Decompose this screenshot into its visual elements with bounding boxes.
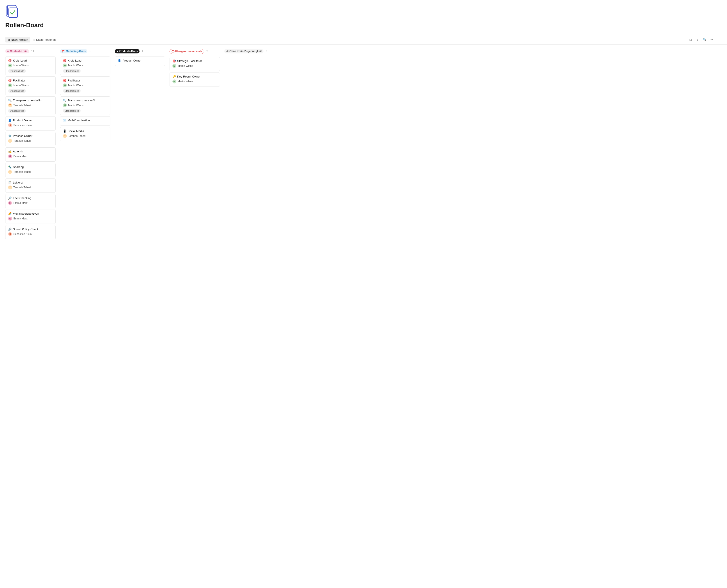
person-name-sparring-c: Taraneh Taheri bbox=[13, 170, 31, 173]
card-person-kreis-lead-m: MMartin Wiens bbox=[63, 64, 107, 67]
person-name-process-owner-c: Taraneh Taheri bbox=[13, 139, 31, 142]
card-title-product-owner-p: 👤Product Owner bbox=[118, 59, 162, 62]
card-kreis-lead-m[interactable]: 🎯Kreis-LeadMMartin WiensStandardrolle bbox=[60, 57, 110, 75]
card-autor-c[interactable]: ✍️Autor*inEEmma Marx bbox=[5, 147, 56, 162]
card-facilitator-m[interactable]: 🎯FacilitatorMMartin WiensStandardrolle bbox=[60, 77, 110, 95]
tab-nach-kreisen[interactable]: ⊞ Nach Kreisen bbox=[5, 37, 30, 42]
card-person-sparring-c: TTaraneh Taheri bbox=[8, 170, 53, 174]
avatar-process-owner-c: T bbox=[8, 139, 12, 143]
column-content-kreis: ✏ Content-Kreis11🎯Kreis-LeadMMartin Wien… bbox=[5, 48, 56, 241]
avatar-key-result-u: M bbox=[172, 80, 176, 83]
avatar-social-m: T bbox=[63, 134, 67, 138]
card-title-text-strategie-u: Strategie-Facilitator bbox=[177, 59, 202, 63]
col-tag-produkte-kreis[interactable]: ■ Produkte-Kreis bbox=[115, 49, 140, 54]
card-title-process-owner-c: ⚙️Process Owner bbox=[8, 134, 53, 138]
board: ✏ Content-Kreis11🎯Kreis-LeadMMartin Wien… bbox=[0, 45, 727, 244]
card-lektorat-c[interactable]: 📋LektoratTTaraneh Taheri bbox=[5, 178, 56, 193]
role-icon-process-owner-c: ⚙️ bbox=[8, 134, 12, 138]
person-name-product-owner-c: Sebastian Klein bbox=[13, 124, 32, 127]
card-person-lektorat-c: TTaraneh Taheri bbox=[8, 186, 53, 189]
col-header-marketing-kreis: 🚩 Marketing-Kreis5 bbox=[60, 48, 110, 54]
card-product-owner-c[interactable]: 👤Product OwnerSSebastian Klein bbox=[5, 116, 56, 130]
more-button[interactable]: ··· bbox=[715, 37, 722, 43]
card-title-text-autor-c: Autor*in bbox=[13, 150, 23, 153]
avatar-transparenz-c: T bbox=[8, 103, 12, 107]
card-mail-m[interactable]: ✉️Mail-Koordination bbox=[60, 116, 110, 126]
person-name-kreis-lead-c: Martin Wiens bbox=[13, 64, 29, 67]
role-icon-lektorat-c: 📋 bbox=[8, 181, 12, 184]
tab-nach-personen[interactable]: ≡ Nach Personen bbox=[31, 37, 58, 42]
role-icon-social-m: 📱 bbox=[63, 129, 66, 133]
card-vielfalt-c[interactable]: 🌈VielfaltsperspektivenEEmma Marx bbox=[5, 210, 56, 224]
role-icon-autor-c: ✍️ bbox=[8, 150, 12, 153]
person-name-lektorat-c: Taraneh Taheri bbox=[13, 186, 31, 189]
badge-transparenz-c: Standardrolle bbox=[8, 109, 26, 112]
card-title-mail-m: ✉️Mail-Koordination bbox=[63, 119, 107, 122]
avatar-lektorat-c: T bbox=[8, 186, 12, 189]
card-title-text-transparenz-c: Transparenzmeister*in bbox=[13, 99, 41, 102]
card-title-text-kreis-lead-m: Kreis-Lead bbox=[68, 59, 82, 62]
avatar-vielfalt-c: E bbox=[8, 216, 12, 220]
card-title-text-facilitator-m: Facilitator bbox=[68, 79, 80, 82]
col-tag-content-kreis[interactable]: ✏ Content-Kreis bbox=[5, 49, 29, 54]
list-icon: ≡ bbox=[33, 38, 35, 41]
role-icon-facilitator-c: 🎯 bbox=[8, 79, 12, 82]
card-key-result-u[interactable]: 🔑Key-Result-OwnerMMartin Wiens bbox=[169, 72, 220, 87]
card-person-kreis-lead-c: MMartin Wiens bbox=[8, 64, 53, 67]
card-person-facilitator-c: MMartin Wiens bbox=[8, 83, 53, 87]
card-title-autor-c: ✍️Autor*in bbox=[8, 150, 53, 153]
card-sound-c[interactable]: 🔊Sound Policy-CheckSSebastian Klein bbox=[5, 225, 56, 239]
card-person-key-result-u: MMartin Wiens bbox=[172, 80, 217, 83]
person-name-vielfalt-c: Emma Marx bbox=[13, 217, 27, 220]
card-person-sound-c: SSebastian Klein bbox=[8, 232, 53, 236]
col-tag-uebergeordneter-kreis[interactable]: ◯ Übergeordneter Kreis bbox=[169, 49, 204, 54]
person-name-facilitator-m: Martin Wiens bbox=[68, 84, 83, 87]
toolbar-actions: ⊟ ↕ 🔍 ↭ ··· bbox=[688, 37, 722, 43]
avatar-transparenz-m: M bbox=[63, 103, 67, 107]
filter-button[interactable]: ⊟ bbox=[688, 37, 694, 43]
avatar-kreis-lead-c: M bbox=[8, 64, 12, 67]
col-header-ohne-kreis: 🖨 Ohne Kreis-Zugehörigkeit0 bbox=[224, 48, 275, 54]
layout-button[interactable]: ↭ bbox=[709, 37, 715, 43]
card-title-text-vielfalt-c: Vielfaltsperspektiven bbox=[13, 212, 39, 215]
avatar-product-owner-c: S bbox=[8, 123, 12, 127]
col-header-produkte-kreis: ■ Produkte-Kreis1 bbox=[115, 48, 165, 54]
avatar-fact-checking-c: E bbox=[8, 201, 12, 205]
role-icon-facilitator-m: 🎯 bbox=[63, 79, 66, 82]
search-button[interactable]: 🔍 bbox=[702, 37, 708, 43]
card-title-vielfalt-c: 🌈Vielfaltsperspektiven bbox=[8, 212, 53, 215]
card-title-key-result-u: 🔑Key-Result-Owner bbox=[172, 75, 217, 78]
card-person-transparenz-m: MMartin Wiens bbox=[63, 103, 107, 107]
card-transparenz-c[interactable]: 🔍Transparenzmeister*inTTaraneh TaheriSta… bbox=[5, 96, 56, 115]
col-tag-ohne-kreis[interactable]: 🖨 Ohne Kreis-Zugehörigkeit bbox=[224, 49, 264, 54]
card-title-text-lektorat-c: Lektorat bbox=[13, 181, 23, 184]
sort-button[interactable]: ↕ bbox=[694, 37, 701, 43]
page-title: Rollen-Board bbox=[5, 22, 722, 29]
card-title-text-kreis-lead-c: Kreis-Lead bbox=[13, 59, 27, 62]
column-marketing-kreis: 🚩 Marketing-Kreis5🎯Kreis-LeadMMartin Wie… bbox=[60, 48, 110, 143]
card-process-owner-c[interactable]: ⚙️Process OwnerTTaraneh Taheri bbox=[5, 132, 56, 146]
badge-kreis-lead-c: Standardrolle bbox=[8, 69, 26, 73]
card-transparenz-m[interactable]: 🔍Transparenzmeister*inMMartin WiensStand… bbox=[60, 96, 110, 115]
card-person-facilitator-m: MMartin Wiens bbox=[63, 83, 107, 87]
card-social-m[interactable]: 📱Social MediaTTaraneh Taheri bbox=[60, 127, 110, 141]
role-icon-kreis-lead-m: 🎯 bbox=[63, 59, 66, 62]
card-product-owner-p[interactable]: 👤Product Owner bbox=[115, 57, 165, 66]
card-fact-checking-c[interactable]: 🔎Fact-CheckingEEmma Marx bbox=[5, 194, 56, 208]
avatar-sparring-c: T bbox=[8, 170, 12, 174]
person-name-social-m: Taraneh Taheri bbox=[68, 134, 85, 138]
role-icon-sound-c: 🔊 bbox=[8, 228, 12, 231]
person-name-strategie-u: Martin Wiens bbox=[178, 64, 193, 67]
role-icon-mail-m: ✉️ bbox=[63, 119, 66, 122]
card-person-process-owner-c: TTaraneh Taheri bbox=[8, 139, 53, 143]
card-title-text-social-m: Social Media bbox=[68, 129, 84, 133]
card-strategie-u[interactable]: 🎯Strategie-FacilitatorMMartin Wiens bbox=[169, 57, 220, 71]
avatar-facilitator-c: M bbox=[8, 83, 12, 87]
card-sparring-c[interactable]: 🔦SparringTTaraneh Taheri bbox=[5, 163, 56, 177]
card-title-text-sound-c: Sound Policy-Check bbox=[13, 228, 39, 231]
card-facilitator-c[interactable]: 🎯FacilitatorMMartin WiensStandardrolle bbox=[5, 77, 56, 95]
card-kreis-lead-c[interactable]: 🎯Kreis-LeadMMartin WiensStandardrolle bbox=[5, 57, 56, 75]
col-tag-marketing-kreis[interactable]: 🚩 Marketing-Kreis bbox=[60, 49, 87, 54]
person-name-sound-c: Sebastian Klein bbox=[13, 233, 32, 236]
toolbar: ⊞ Nach Kreisen ≡ Nach Personen ⊟ ↕ 🔍 ↭ ·… bbox=[0, 35, 727, 45]
